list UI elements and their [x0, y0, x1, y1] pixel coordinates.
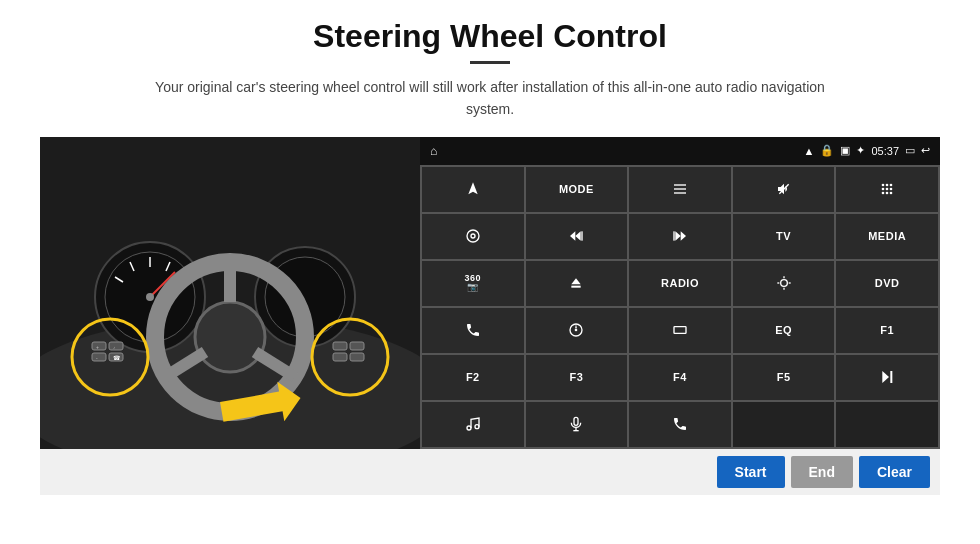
btn-eject[interactable] — [526, 261, 628, 306]
lock-icon: 🔒 — [820, 144, 834, 157]
clear-button[interactable]: Clear — [859, 456, 930, 488]
svg-point-47 — [471, 234, 475, 238]
svg-text:+: + — [96, 344, 99, 350]
page-title: Steering Wheel Control — [313, 18, 667, 55]
svg-point-63 — [575, 329, 578, 332]
svg-rect-20 — [92, 353, 106, 361]
btn-list[interactable] — [629, 167, 731, 212]
svg-rect-29 — [333, 353, 347, 361]
status-time: 05:37 — [871, 145, 899, 157]
svg-point-40 — [890, 184, 893, 187]
svg-point-41 — [882, 188, 885, 191]
page-subtitle: Your original car's steering wheel contr… — [140, 76, 840, 121]
btn-empty1 — [733, 402, 835, 447]
svg-point-38 — [882, 184, 885, 187]
svg-rect-31 — [350, 353, 364, 361]
svg-point-44 — [882, 192, 885, 195]
btn-f2[interactable]: F2 — [422, 355, 524, 400]
btn-music[interactable] — [422, 402, 524, 447]
btn-mic[interactable] — [526, 402, 628, 447]
svg-text:♪: ♪ — [113, 345, 115, 350]
btn-rewind[interactable] — [526, 214, 628, 259]
btn-fastforward[interactable] — [629, 214, 731, 259]
btn-playpause[interactable] — [836, 355, 938, 400]
svg-rect-56 — [572, 286, 581, 288]
btn-f4[interactable]: F4 — [629, 355, 731, 400]
btn-mute[interactable] — [733, 167, 835, 212]
svg-rect-30 — [350, 342, 364, 350]
svg-rect-69 — [574, 418, 578, 426]
svg-point-46 — [890, 192, 893, 195]
svg-rect-36 — [674, 193, 686, 194]
svg-point-68 — [475, 425, 479, 429]
svg-point-48 — [467, 230, 479, 242]
content-row: + - ♪ ☎ ⌂ — [40, 137, 940, 449]
title-divider — [470, 61, 510, 64]
buttons-grid: MODE TV — [420, 165, 940, 449]
svg-rect-35 — [674, 189, 686, 190]
btn-empty2 — [836, 402, 938, 447]
svg-rect-28 — [333, 342, 347, 350]
svg-marker-52 — [681, 232, 686, 241]
btn-brightness[interactable] — [733, 261, 835, 306]
btn-settings[interactable] — [422, 214, 524, 259]
btn-f1[interactable]: F1 — [836, 308, 938, 353]
svg-rect-54 — [673, 232, 674, 241]
svg-marker-50 — [576, 232, 581, 241]
svg-marker-65 — [883, 371, 890, 383]
btn-media[interactable]: MEDIA — [836, 214, 938, 259]
btn-navigate[interactable] — [422, 167, 524, 212]
page-container: Steering Wheel Control Your original car… — [0, 0, 980, 544]
svg-rect-21 — [109, 342, 123, 350]
btn-eq[interactable]: EQ — [733, 308, 835, 353]
btn-radio[interactable]: RADIO — [629, 261, 731, 306]
card-icon: ▣ — [840, 144, 850, 157]
status-right: ▲ 🔒 ▣ ✦ 05:37 ▭ ↩ — [804, 144, 930, 157]
svg-marker-55 — [572, 279, 581, 285]
status-left: ⌂ — [430, 144, 437, 158]
svg-marker-49 — [570, 232, 575, 241]
btn-360[interactable]: 360📷 — [422, 261, 524, 306]
wifi-icon: ▲ — [804, 145, 815, 157]
svg-point-42 — [886, 188, 889, 191]
svg-text:☎: ☎ — [113, 355, 121, 361]
svg-point-45 — [886, 192, 889, 195]
svg-rect-19 — [92, 342, 106, 350]
home-icon[interactable]: ⌂ — [430, 144, 437, 158]
end-button[interactable]: End — [791, 456, 853, 488]
bottom-bar: Start End Clear — [40, 449, 940, 495]
btn-f3[interactable]: F3 — [526, 355, 628, 400]
btn-apps[interactable] — [836, 167, 938, 212]
svg-rect-34 — [674, 185, 686, 186]
btn-f5[interactable]: F5 — [733, 355, 835, 400]
svg-point-67 — [467, 426, 471, 430]
status-bar: ⌂ ▲ 🔒 ▣ ✦ 05:37 ▭ ↩ — [420, 137, 940, 165]
svg-rect-51 — [582, 232, 583, 241]
btn-rectangle[interactable] — [629, 308, 731, 353]
svg-marker-53 — [675, 232, 680, 241]
control-panel: ⌂ ▲ 🔒 ▣ ✦ 05:37 ▭ ↩ MODE — [420, 137, 940, 449]
svg-rect-64 — [674, 327, 686, 334]
svg-point-10 — [146, 293, 154, 301]
car-image: + - ♪ ☎ — [40, 137, 420, 449]
monitor-icon: ▭ — [905, 144, 915, 157]
btn-compass[interactable] — [526, 308, 628, 353]
svg-point-43 — [890, 188, 893, 191]
bt-icon: ✦ — [856, 144, 865, 157]
svg-point-39 — [886, 184, 889, 187]
svg-point-57 — [780, 280, 787, 287]
svg-rect-66 — [891, 371, 893, 383]
btn-phone-hang[interactable] — [629, 402, 731, 447]
btn-dvd[interactable]: DVD — [836, 261, 938, 306]
btn-phone[interactable] — [422, 308, 524, 353]
svg-marker-33 — [468, 183, 477, 195]
back-icon[interactable]: ↩ — [921, 144, 930, 157]
btn-tv[interactable]: TV — [733, 214, 835, 259]
start-button[interactable]: Start — [717, 456, 785, 488]
btn-mode[interactable]: MODE — [526, 167, 628, 212]
svg-point-14 — [195, 302, 265, 372]
